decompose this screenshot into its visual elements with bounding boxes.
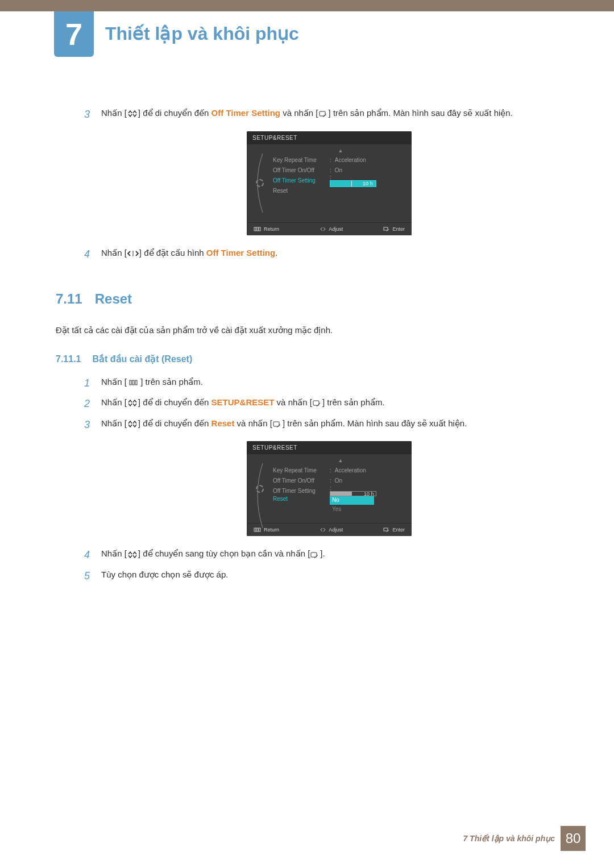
osd-row-reset: Reset	[273, 186, 408, 196]
step-text: Nhấn [] để di chuyển đến Off Timer Setti…	[101, 106, 574, 123]
highlight-text: Reset	[211, 418, 235, 428]
osd-footer: Return Adjust Enter	[247, 222, 412, 235]
osd-row-key-repeat: Key Repeat Time :Acceleration	[273, 465, 408, 475]
step-text: Nhấn [ ] trên sản phẩm.	[101, 375, 574, 392]
page-content: 3 Nhấn [] để di chuyển đến Off Timer Set…	[84, 102, 574, 588]
svg-rect-4	[384, 227, 388, 230]
leftright-icon	[127, 248, 139, 258]
highlight-text: Off Timer Setting	[206, 248, 275, 258]
osd-row-key-repeat: Key Repeat Time :Acceleration	[273, 155, 408, 165]
step-number: 3	[84, 106, 101, 123]
section-heading: 7.11Reset	[56, 291, 574, 307]
enter-icon	[310, 549, 320, 558]
enter-icon	[383, 227, 390, 231]
svg-rect-2	[256, 227, 258, 231]
enter-icon	[272, 418, 283, 428]
osd-title: SETUP&RESET	[247, 441, 412, 454]
svg-rect-1	[254, 227, 256, 231]
chapter-header: 7 Thiết lập và khôi phục	[54, 11, 614, 57]
updown-icon	[127, 110, 138, 117]
step-number: 3	[84, 416, 101, 434]
osd-row-off-timer-setting: Off Timer Setting :10 h	[273, 176, 408, 186]
osd-arc	[250, 148, 269, 219]
step-b1: 1 Nhấn [ ] trên sản phẩm.	[84, 375, 574, 392]
updown-icon	[127, 421, 138, 427]
svg-rect-7	[132, 380, 134, 385]
subsection-heading: 7.11.1Bắt đầu cài đặt (Reset)	[56, 354, 574, 364]
page-number: 80	[561, 826, 586, 851]
step-b5: 5 Tùy chọn được chọn sẽ được áp.	[84, 567, 574, 585]
svg-rect-3	[259, 227, 260, 231]
page-footer: 7 Thiết lập và khôi phục 80	[463, 826, 586, 851]
up-arrow-icon: ▲	[273, 458, 408, 463]
osd-arc	[250, 458, 269, 520]
highlight-text: Off Timer Setting	[211, 108, 280, 118]
footer-chapter-label: 7 Thiết lập và khôi phục	[463, 834, 555, 843]
menu-icon	[129, 377, 138, 387]
adjust-icon	[320, 227, 326, 231]
enter-icon	[312, 397, 322, 407]
osd-screenshot-2: SETUP&RESET ▲ Key Repeat Time :Accelerat…	[247, 441, 412, 536]
osd-row-off-timer-onoff: Off Timer On/Off :On	[273, 475, 408, 485]
adjust-icon	[320, 528, 326, 532]
enter-icon	[318, 108, 329, 118]
step-text: Nhấn [] để di chuyển đến Reset và nhấn […	[101, 416, 574, 434]
step-a4: 4 Nhấn [] để đặt cấu hình Off Timer Sett…	[84, 246, 574, 263]
updown-icon	[127, 551, 138, 558]
osd-row-reset: Reset No Yes	[273, 496, 408, 506]
step-text: Nhấn [] để di chuyển đến SETUP&RESET và …	[101, 395, 574, 413]
step-text: Nhấn [] để chuyển sang tùy chọn bạn cần …	[101, 546, 574, 564]
step-text: Tùy chọn được chọn sẽ được áp.	[101, 567, 574, 585]
svg-rect-8	[135, 380, 137, 385]
step-b4: 4 Nhấn [] để chuyển sang tùy chọn bạn cầ…	[84, 546, 574, 564]
return-icon	[254, 227, 262, 231]
svg-rect-14	[384, 528, 388, 531]
osd-option-no: No	[330, 496, 374, 505]
step-number: 1	[84, 375, 101, 392]
step-text: Nhấn [] để đặt cấu hình Off Timer Settin…	[101, 246, 574, 263]
gear-icon	[256, 179, 264, 187]
chapter-number-badge: 7	[54, 11, 94, 57]
osd-screenshot-1: SETUP&RESET ▲ Key Repeat Time :Accelerat…	[247, 131, 412, 235]
step-b3: 3 Nhấn [] để di chuyển đến Reset và nhấn…	[84, 416, 574, 434]
highlight-text: SETUP&RESET	[211, 397, 275, 407]
top-band	[0, 0, 614, 11]
step-number: 4	[84, 546, 101, 564]
osd-title: SETUP&RESET	[247, 131, 412, 144]
svg-rect-6	[130, 380, 131, 385]
osd-footer: Return Adjust Enter	[247, 523, 412, 536]
step-number: 5	[84, 567, 101, 585]
gear-icon	[256, 485, 264, 493]
step-number: 4	[84, 246, 101, 263]
osd-row-off-timer-setting: Off Timer Setting :10 h	[273, 485, 408, 496]
section-description: Đặt tất cả các cài đặt của sản phẩm trở …	[56, 323, 574, 338]
enter-icon	[383, 528, 390, 532]
up-arrow-icon: ▲	[273, 148, 408, 153]
chapter-title: Thiết lập và khôi phục	[105, 23, 299, 44]
updown-icon	[127, 400, 138, 406]
step-b2: 2 Nhấn [] để di chuyển đến SETUP&RESET v…	[84, 395, 574, 413]
step-number: 2	[84, 395, 101, 413]
step-a3: 3 Nhấn [] để di chuyển đến Off Timer Set…	[84, 106, 574, 123]
